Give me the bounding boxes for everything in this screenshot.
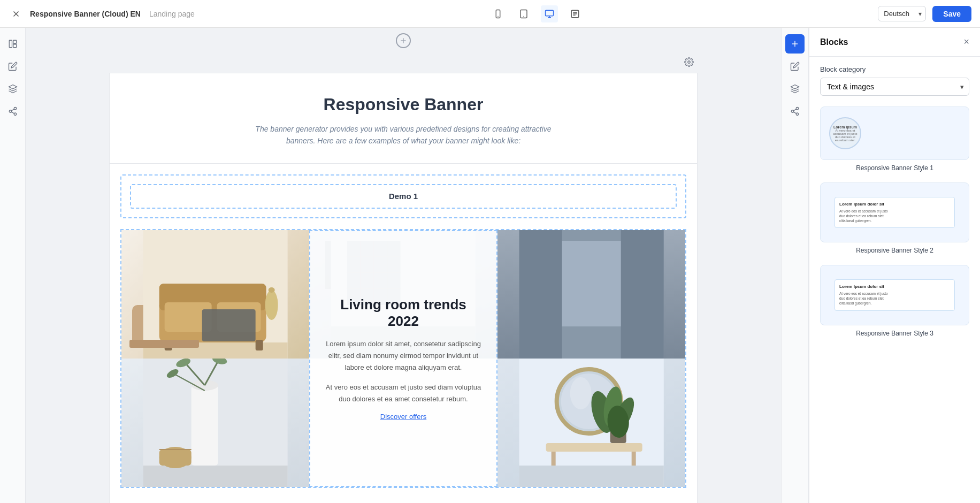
- svg-rect-68: [546, 443, 642, 452]
- banner-cell-vase: [121, 359, 309, 487]
- topbar-right: Deutsch English Français Save: [878, 6, 971, 22]
- device-switcher: [201, 5, 872, 22]
- svg-rect-47: [519, 230, 562, 359]
- block-preview-card-style2[interactable]: Lorem Ipsum dolor sit At vero eos et acc…: [820, 182, 969, 242]
- blocks-close-button[interactable]: ×: [963, 36, 969, 48]
- mirror-plant-svg: [497, 359, 685, 487]
- block-preview-card-style3[interactable]: Lorem Ipsum dolor sit At vero eos et acc…: [820, 265, 969, 325]
- sidebar-layers-icon[interactable]: [3, 79, 22, 98]
- preview-circle: Lorem Ipsum At vero eos etaccusam et jus…: [829, 117, 861, 149]
- preview-circle-inner: Lorem Ipsum At vero eos etaccusam et jus…: [833, 125, 857, 142]
- preview-style2-title: Lorem Ipsum dolor sit: [839, 202, 884, 207]
- preview-style3-inner: Lorem Ipsum dolor sit At vero eos et acc…: [834, 279, 955, 310]
- blocks-share-icon[interactable]: [785, 102, 805, 121]
- preview-style2-body: At vero eos et accusam et justoduo dolor…: [839, 209, 888, 223]
- desktop-device-icon[interactable]: [541, 5, 558, 22]
- demo-section: Demo 1: [110, 164, 697, 229]
- blocks-icon-sidebar: [781, 28, 809, 503]
- svg-line-20: [11, 112, 14, 113]
- banner-main-title: Responsive Banner: [120, 95, 686, 115]
- banner-body1: Lorem ipsum dolor sit amet, consetetur s…: [323, 338, 483, 374]
- topbar: Responsive Banner (Cloud) EN Landing pag…: [0, 0, 980, 28]
- svg-rect-48: [621, 230, 663, 359]
- svg-rect-33: [256, 340, 263, 350]
- preview-style3-content: Lorem Ipsum dolor sit At vero eos et acc…: [829, 274, 960, 316]
- sidebar-edit-icon[interactable]: [3, 57, 22, 76]
- preview-circle-wrapper: Lorem Ipsum At vero eos etaccusam et jus…: [829, 117, 861, 149]
- page-subtitle: Landing page: [149, 10, 195, 18]
- svg-line-21: [11, 109, 14, 111]
- category-select-wrapper[interactable]: Text & images Media Layout Interactive: [820, 78, 969, 96]
- svg-point-17: [14, 108, 17, 110]
- category-select[interactable]: Text & images Media Layout Interactive: [820, 78, 969, 96]
- sofa-image: [121, 230, 309, 359]
- svg-point-80: [796, 108, 799, 110]
- blocks-body: Block category Text & images Media Layou…: [809, 57, 980, 356]
- demo-inner: Demo 1: [130, 184, 677, 209]
- blocks-sidebar: Blocks × Block category Text & images Me…: [809, 28, 980, 503]
- svg-marker-79: [791, 85, 799, 89]
- main-layout: Responsive Banner The banner generator p…: [0, 28, 980, 503]
- canvas-area: Responsive Banner The banner generator p…: [26, 28, 781, 503]
- banner-body2: At vero eos et accusam et justo sed diam…: [323, 382, 483, 405]
- svg-point-24: [688, 61, 691, 64]
- svg-point-67: [570, 377, 591, 409]
- preview-style1-inner: Lorem Ipsum At vero eos etaccusam et jus…: [829, 117, 960, 149]
- svg-rect-6: [545, 10, 553, 16]
- discover-offers-link[interactable]: Discover offers: [380, 413, 426, 421]
- svg-point-18: [9, 110, 12, 113]
- block-preview-card-style1[interactable]: Lorem Ipsum At vero eos etaccusam et jus…: [820, 106, 969, 160]
- add-section-icon[interactable]: [396, 33, 411, 48]
- preview-style1-content: Lorem Ipsum At vero eos etaccusam et jus…: [829, 117, 960, 149]
- close-button[interactable]: [9, 6, 24, 21]
- save-button[interactable]: Save: [932, 6, 971, 22]
- block-preview-style3: Lorem Ipsum dolor sit At vero eos et acc…: [820, 265, 969, 337]
- block-style3-label: Responsive Banner Style 3: [820, 330, 969, 337]
- language-select[interactable]: Deutsch English Français: [878, 6, 926, 21]
- svg-rect-49: [562, 241, 621, 326]
- banner-cell-mirror: [497, 359, 685, 487]
- svg-point-82: [796, 113, 799, 116]
- add-section-top[interactable]: [26, 28, 781, 54]
- page-title: Responsive Banner (Cloud) EN: [30, 10, 141, 18]
- sidebar-share-icon[interactable]: [3, 102, 22, 121]
- tablet-device-icon[interactable]: [515, 5, 532, 22]
- block-style1-label: Responsive Banner Style 1: [820, 164, 969, 172]
- demo-outer: Demo 1: [120, 174, 686, 218]
- preview-style2-inner: Lorem Ipsum dolor sit At vero eos et acc…: [834, 197, 955, 228]
- mobile-device-icon[interactable]: [489, 5, 507, 22]
- preview-style3-body: At vero eos et accusam et justoduo dolor…: [839, 291, 888, 306]
- block-style2-label: Responsive Banner Style 2: [820, 247, 969, 254]
- svg-rect-52: [192, 385, 218, 466]
- svg-marker-16: [9, 85, 17, 89]
- blocks-layers-icon[interactable]: [785, 79, 805, 98]
- banner-title: Living room trends 2022: [323, 296, 483, 330]
- text-device-icon[interactable]: [566, 5, 584, 22]
- sofa-svg: [121, 230, 309, 359]
- blocks-title: Blocks: [820, 37, 848, 47]
- preview-style2-content: Lorem Ipsum dolor sit At vero eos et acc…: [829, 192, 960, 233]
- block-preview-style2: Lorem Ipsum dolor sit At vero eos et acc…: [820, 182, 969, 254]
- mirror-plant-image: [497, 359, 685, 487]
- svg-point-34: [265, 290, 278, 320]
- svg-rect-14: [13, 40, 16, 43]
- banner-description: The banner generator provides you with v…: [254, 123, 553, 147]
- svg-rect-31: [202, 309, 256, 341]
- blocks-edit-icon[interactable]: [785, 57, 805, 76]
- demo-label: Demo 1: [389, 192, 418, 201]
- banner-cell-curtain: [497, 230, 685, 359]
- language-selector-wrapper[interactable]: Deutsch English Français: [878, 6, 926, 21]
- blocks-header: Blocks ×: [809, 28, 980, 57]
- svg-line-83: [793, 112, 796, 113]
- page-block: Responsive Banner The banner generator p…: [109, 73, 698, 503]
- page-header: Responsive Banner The banner generator p…: [110, 73, 697, 164]
- settings-icon[interactable]: [680, 54, 698, 71]
- banner-grid: Living room trends 2022 Lorem ipsum dolo…: [120, 229, 686, 488]
- left-icon-sidebar: [0, 28, 26, 503]
- svg-rect-76: [519, 466, 663, 487]
- svg-line-84: [793, 109, 796, 111]
- preview-style3-title: Lorem Ipsum dolor sit: [839, 284, 884, 289]
- blocks-add-icon[interactable]: [785, 34, 805, 54]
- vase-image: [121, 359, 309, 487]
- sidebar-layout-icon[interactable]: [3, 34, 22, 54]
